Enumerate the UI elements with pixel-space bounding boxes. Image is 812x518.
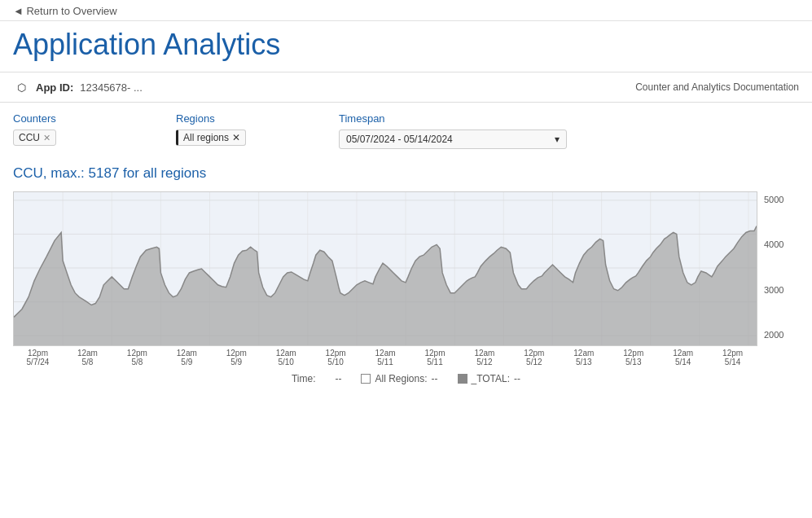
x-time-9: 12am xyxy=(474,349,494,358)
all-regions-tag-label: All regions xyxy=(183,132,229,143)
chart-legend: Time: -- All Regions: -- _TOTAL: -- xyxy=(13,367,799,391)
chart-area xyxy=(13,191,757,346)
x-label-13: 12am 5/14 xyxy=(658,349,708,367)
x-date-0: 5/7/24 xyxy=(13,358,63,367)
app-id-value: 12345678- ... xyxy=(80,81,143,94)
filters-section: Counters CCU ✕ Regions All regions ✕ Tim… xyxy=(0,103,812,159)
app-id-left: ⬡ App ID: 12345678- ... xyxy=(13,79,143,95)
x-time-1: 12am xyxy=(77,349,98,358)
chart-title: CCU, max.: 5187 for all regions xyxy=(13,165,799,182)
x-label-8: 12pm 5/11 xyxy=(410,349,460,367)
ccu-tag-close[interactable]: ✕ xyxy=(43,133,50,143)
timespan-dropdown[interactable]: 05/07/2024 - 05/14/2024 ▾ xyxy=(339,130,567,149)
x-time-5: 12am xyxy=(276,349,296,358)
x-label-0: 12pm 5/7/24 xyxy=(13,349,63,367)
x-time-7: 12am xyxy=(375,349,396,358)
x-date-3: 5/9 xyxy=(162,358,212,367)
app-id-label: App ID: xyxy=(36,81,73,94)
x-date-8: 5/11 xyxy=(410,358,460,367)
x-date-13: 5/14 xyxy=(658,358,708,367)
x-label-12: 12pm 5/13 xyxy=(608,349,658,367)
counters-group: Counters CCU ✕ xyxy=(13,112,143,146)
x-labels-row: 12pm 5/7/24 12am 5/8 12pm 5/8 12am 5/9 1… xyxy=(13,346,757,367)
chart-svg xyxy=(14,192,757,345)
x-date-1: 5/8 xyxy=(63,358,112,367)
legend-total-value: -- xyxy=(514,373,520,384)
x-label-10: 12pm 5/12 xyxy=(509,349,559,367)
x-label-9: 12am 5/12 xyxy=(459,349,509,367)
x-label-1: 12am 5/8 xyxy=(63,349,112,367)
x-date-12: 5/13 xyxy=(608,358,658,367)
app-icon: ⬡ xyxy=(13,79,29,95)
chart-wrapper: 5000 4000 3000 2000 xyxy=(13,191,795,346)
y-label-2000: 2000 xyxy=(761,330,795,340)
x-label-6: 12pm 5/10 xyxy=(311,349,361,367)
svg-marker-20 xyxy=(14,226,757,345)
x-label-14: 12pm 5/14 xyxy=(708,349,757,367)
x-label-4: 12pm 5/9 xyxy=(212,349,261,367)
x-time-0: 12pm xyxy=(28,349,48,358)
legend-all-regions: All Regions: -- xyxy=(361,373,437,384)
x-label-7: 12am 5/11 xyxy=(361,349,410,367)
x-time-12: 12pm xyxy=(623,349,643,358)
x-date-6: 5/10 xyxy=(311,358,361,367)
x-label-11: 12am 5/13 xyxy=(559,349,608,367)
ccu-tag[interactable]: CCU ✕ xyxy=(13,130,56,146)
x-label-2: 12pm 5/8 xyxy=(112,349,162,367)
legend-all-regions-box xyxy=(361,374,371,384)
timespan-group: Timespan 05/07/2024 - 05/14/2024 ▾ xyxy=(339,112,599,149)
x-time-3: 12am xyxy=(177,349,197,358)
legend-time-value: -- xyxy=(335,373,341,384)
page-header: Application Analytics xyxy=(0,21,812,72)
x-date-4: 5/9 xyxy=(212,358,261,367)
app-id-bar: ⬡ App ID: 12345678- ... Counter and Anal… xyxy=(0,72,812,103)
legend-regions-value: -- xyxy=(432,373,438,384)
x-time-11: 12am xyxy=(573,349,594,358)
timespan-value: 05/07/2024 - 05/14/2024 xyxy=(346,134,453,145)
x-time-13: 12am xyxy=(673,349,693,358)
x-date-5: 5/10 xyxy=(261,358,311,367)
timespan-label: Timespan xyxy=(339,112,599,125)
x-time-6: 12pm xyxy=(326,349,346,358)
x-date-14: 5/14 xyxy=(708,358,757,367)
y-axis: 5000 4000 3000 2000 xyxy=(757,191,795,346)
x-date-2: 5/8 xyxy=(112,358,162,367)
legend-total: _TOTAL: -- xyxy=(458,373,521,384)
x-date-7: 5/11 xyxy=(361,358,410,367)
all-regions-tag-close[interactable]: ✕ xyxy=(232,132,240,143)
x-label-5: 12am 5/10 xyxy=(261,349,311,367)
x-time-4: 12pm xyxy=(226,349,247,358)
x-label-3: 12am 5/9 xyxy=(162,349,212,367)
top-nav: ◄ Return to Overview xyxy=(0,0,812,21)
regions-group: Regions All regions ✕ xyxy=(176,112,306,146)
legend-regions-label: All Regions: xyxy=(375,373,427,384)
all-regions-tag[interactable]: All regions ✕ xyxy=(176,130,246,146)
doc-link[interactable]: Counter and Analytics Documentation xyxy=(635,81,799,93)
legend-total-box xyxy=(458,374,467,384)
y-label-5000: 5000 xyxy=(761,195,795,204)
chart-section: CCU, max.: 5187 for all regions xyxy=(0,165,812,404)
x-time-14: 12pm xyxy=(722,349,743,358)
counters-label: Counters xyxy=(13,112,143,125)
regions-label: Regions xyxy=(176,112,306,125)
legend-time-label: Time: xyxy=(292,373,316,384)
legend-total-label: _TOTAL: xyxy=(472,373,511,384)
page-title: Application Analytics xyxy=(13,28,799,62)
x-time-2: 12pm xyxy=(127,349,147,358)
timespan-chevron-icon: ▾ xyxy=(555,134,560,145)
return-to-overview-link[interactable]: ◄ Return to Overview xyxy=(13,5,117,17)
x-date-9: 5/12 xyxy=(459,358,509,367)
ccu-tag-label: CCU xyxy=(19,132,40,143)
x-time-10: 12pm xyxy=(524,349,544,358)
y-label-4000: 4000 xyxy=(761,239,795,249)
x-date-10: 5/12 xyxy=(509,358,559,367)
y-label-3000: 3000 xyxy=(761,285,795,295)
x-axis: 12pm 5/7/24 12am 5/8 12pm 5/8 12am 5/9 1… xyxy=(13,346,795,367)
x-date-11: 5/13 xyxy=(559,358,608,367)
x-time-8: 12pm xyxy=(424,349,445,358)
